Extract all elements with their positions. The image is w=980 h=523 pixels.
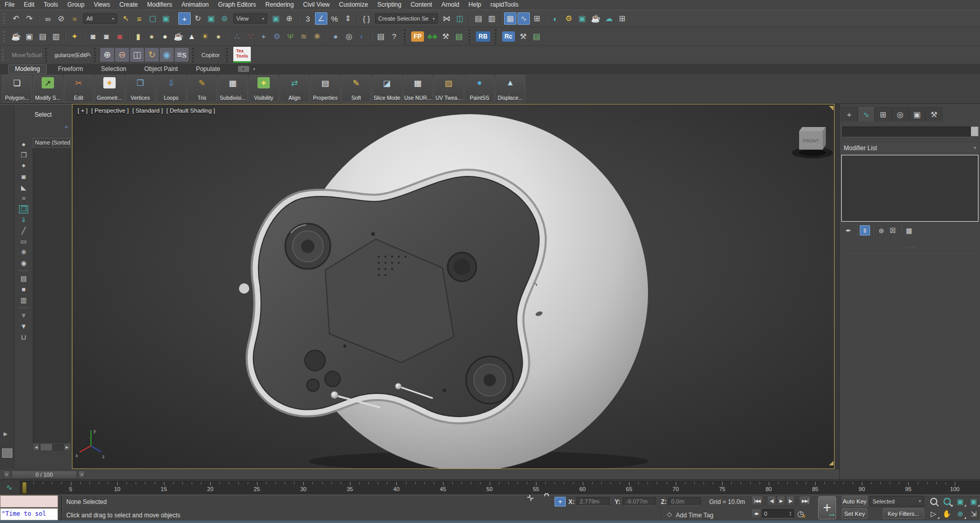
timeline-playhead[interactable] [22, 482, 27, 494]
menu-rapidtools[interactable]: rapidTools [486, 0, 523, 10]
ribbon-tab-populate[interactable]: Populate [189, 64, 227, 74]
gear-modifier-icon[interactable]: ⚙ [271, 30, 283, 43]
viewport-shading-label[interactable]: [ Default Shading ] [167, 107, 215, 114]
angle-snap-toggle-icon[interactable]: ∠ [315, 12, 327, 25]
textools-button[interactable]: Tex Tools [233, 47, 250, 63]
next-frame-button[interactable]: |▶ [786, 496, 795, 506]
viewport-layout-tab[interactable] [2, 448, 12, 458]
ribbon-tris-button[interactable]: ✎Tris [187, 75, 217, 102]
object-color-swatch[interactable] [971, 127, 978, 136]
railclone-rc-button[interactable]: Rc [502, 31, 515, 42]
select-and-move-icon[interactable]: + [178, 12, 191, 25]
ribbon-loops-button[interactable]: ⇩Loops [156, 75, 186, 102]
display-dependents-icon[interactable]: ■ [19, 285, 28, 294]
modify-tab[interactable]: ∿ [858, 107, 875, 121]
panel-splitter[interactable] [835, 104, 839, 469]
display-geometry-icon[interactable]: ❐ [19, 205, 28, 213]
camera-a-icon[interactable]: ◙ [87, 30, 99, 43]
display-tab[interactable]: ▣ [909, 107, 926, 121]
schematic-view-icon[interactable]: ⊞ [531, 12, 543, 25]
display-cameras-icon[interactable]: ◙ [19, 173, 28, 181]
geosphere-primitive-icon[interactable]: ● [159, 30, 171, 43]
copitor-script-button[interactable]: Copitor [198, 50, 223, 60]
display-helpers-icon[interactable]: ◣ [19, 184, 28, 192]
use-pivot-point-center-icon[interactable]: ▣ [270, 12, 282, 25]
menu-help[interactable]: Help [464, 0, 486, 10]
make-unique-icon[interactable]: ⊚ [876, 225, 886, 236]
track-bar-ruler[interactable]: 0510152025303540455055606570758085909510… [20, 481, 980, 494]
toggle-layer-explorer-icon[interactable]: ▥ [486, 12, 498, 25]
display-xrefs-icon[interactable]: ⇓ [19, 216, 28, 224]
bind-to-space-warp-icon[interactable]: ≈ [68, 12, 81, 25]
display-frozen-icon[interactable]: ❄ [19, 248, 28, 257]
viewcube-front-label[interactable]: FRONT [803, 138, 819, 143]
fur-icon[interactable]: ✺ [311, 30, 323, 43]
ribbon-paint-soft-selection-button[interactable]: ●PaintSS [465, 75, 494, 102]
filter-icon[interactable]: ▼ [19, 322, 28, 331]
curve-editor-icon[interactable]: ∿ [517, 12, 530, 25]
viewport-splitter-arrow-bottom[interactable] [829, 461, 834, 465]
ribbon-tab-object-paint[interactable]: Object Paint [138, 64, 184, 74]
menu-edit[interactable]: Edit [19, 0, 39, 10]
ribbon-vertices-button[interactable]: ❐Vertices [125, 75, 155, 102]
scroll-track[interactable] [40, 443, 64, 451]
display-containers-icon[interactable]: ▭ [19, 238, 28, 246]
hair-icon[interactable]: ≋ [298, 30, 310, 43]
asset-library-icon[interactable]: ⊞ [616, 12, 628, 25]
sphere-dark-icon[interactable]: ◐ [356, 30, 368, 43]
ribbon-edit-button[interactable]: ✂Edit [64, 75, 94, 102]
utilities-tab[interactable]: ⚒ [926, 107, 942, 121]
menu-civil-view[interactable]: Civil View [299, 0, 335, 10]
camera-red-icon[interactable]: ◙ [114, 30, 126, 43]
menu-group[interactable]: Group [63, 0, 89, 10]
go-to-start-button[interactable]: |◀◀ [751, 496, 763, 506]
redo-icon[interactable]: ↷ [23, 12, 35, 25]
compound-objects-icon[interactable]: ∵ [244, 30, 256, 43]
viewport-pov-label[interactable]: [ Perspective ] [91, 107, 129, 114]
toggle-ribbon-icon[interactable]: ▦ [504, 12, 516, 25]
toolbar-grip[interactable] [3, 13, 7, 24]
scatter-icon[interactable]: ∴ [231, 30, 243, 43]
ribbon-visibility-button[interactable]: ✦Visibility [249, 75, 279, 102]
ribbon-align-button[interactable]: ⇄Align [280, 75, 309, 102]
container-basket-icon[interactable]: ⊔ [19, 333, 28, 341]
menu-tools[interactable]: Tools [39, 0, 63, 10]
undo-icon[interactable]: ↶ [10, 12, 22, 25]
y-coordinate-field[interactable]: -9.077m [623, 497, 656, 506]
display-hidden-icon[interactable]: ◉ [19, 259, 28, 267]
ribbon-polygon-modeling-button[interactable]: ❏Polygon... [2, 75, 32, 102]
teapot-render-icon[interactable]: ☕ [10, 30, 22, 43]
rectangular-selection-region-icon[interactable]: ▢ [146, 12, 159, 25]
railclone-tools-icon[interactable]: ⚒ [517, 30, 529, 43]
visibility-dots-macro-icon[interactable]: ◉ [160, 48, 174, 62]
maxscript-listener-pink[interactable] [0, 495, 58, 508]
toolbar-grip[interactable] [3, 31, 7, 42]
ribbon-properties-button[interactable]: ▤Properties [310, 75, 340, 102]
menu-rendering[interactable]: Rendering [261, 0, 298, 10]
display-lights-icon[interactable]: ✦ [19, 162, 28, 170]
forest-tools-icon[interactable]: ⚒ [439, 30, 452, 43]
create-tab[interactable]: + [841, 107, 858, 121]
render-setup-icon[interactable]: ⚙ [563, 12, 575, 25]
ribbon-use-nurms-button[interactable]: ▦Use NUR... [403, 75, 433, 102]
spinner-snap-toggle-icon[interactable]: ⇕ [342, 12, 354, 25]
display-children-icon[interactable]: ▤ [19, 275, 28, 283]
maximize-viewport-toggle-icon[interactable]: ⇲ [967, 508, 980, 519]
listener-divider[interactable] [61, 495, 63, 520]
snaps-toggle-3d-icon[interactable]: 3 [302, 12, 314, 25]
regularize-editpoly-script-button[interactable]: gularize(EditPo [51, 50, 90, 60]
modifier-stack[interactable] [841, 155, 978, 222]
cone-primitive-icon[interactable]: ▲ [186, 30, 198, 43]
spacing-tool-icon[interactable]: + [257, 30, 270, 43]
edit-named-selection-sets-icon[interactable]: { } [360, 12, 373, 25]
scroll-left-button[interactable]: ◀ [33, 443, 40, 451]
inspect-sphere-icon[interactable]: ◎ [343, 30, 355, 43]
previous-frame-slider-button[interactable]: < [3, 471, 10, 479]
toggle-scene-explorer-icon[interactable]: ▤ [472, 12, 485, 25]
modifier-list-dropdown[interactable]: Modifier List ▾ [842, 143, 978, 153]
attach-plus-macro-icon[interactable]: ⊕ [100, 48, 114, 62]
add-time-tag[interactable]: Add Time Tag [676, 512, 713, 519]
menu-content[interactable]: Content [406, 0, 437, 10]
select-object-icon[interactable]: ↖ [120, 12, 132, 25]
render-settings-a-icon[interactable]: ▤ [36, 30, 49, 43]
